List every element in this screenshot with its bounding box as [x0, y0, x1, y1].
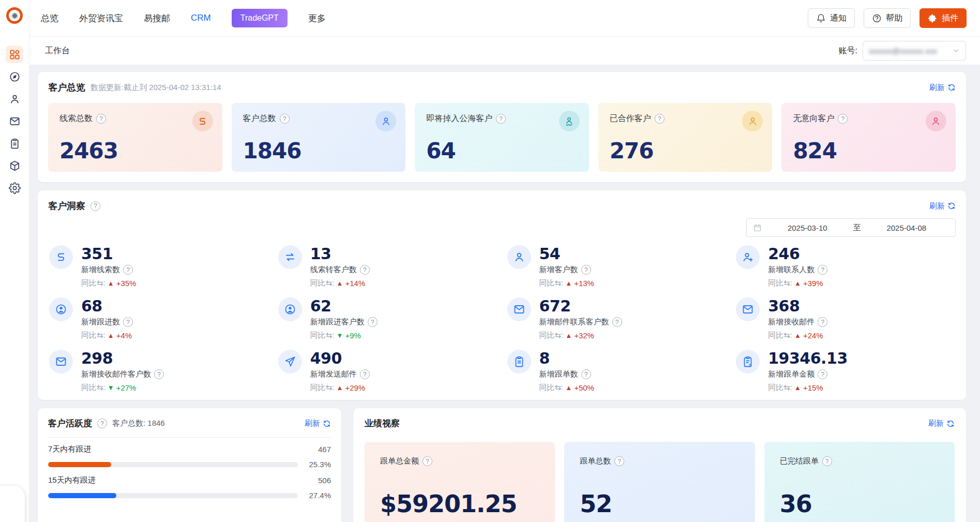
chevron-down-icon — [953, 47, 960, 54]
account-select[interactable]: xxxxxx@xxxxxx.xxx — [863, 41, 966, 61]
help-icon[interactable] — [818, 265, 827, 275]
gear-icon — [9, 182, 21, 194]
metric-label: 新增跟进数 — [81, 317, 120, 327]
sidebar-item-dashboard[interactable] — [6, 46, 23, 63]
help-icon[interactable] — [838, 114, 848, 124]
metric-order-amount: $ 19346.13 新增跟单金额 同比⇆:▲+15% — [736, 350, 955, 393]
account-area: 账号: xxxxxx@xxxxxx.xxx — [839, 41, 966, 61]
nav-item-overview[interactable]: 总览 — [41, 12, 58, 24]
app-logo[interactable] — [6, 7, 23, 24]
help-icon[interactable] — [91, 201, 100, 211]
sidebar-item-products[interactable] — [6, 157, 23, 174]
data-update-timestamp: 数据更新:截止到 2025-04-02 13:31:14 — [91, 83, 221, 93]
metric-trend: 同比⇆:▲+14% — [310, 278, 370, 288]
metric-label: 新增发送邮件 — [310, 369, 357, 379]
progress-fill — [48, 462, 111, 467]
help-icon[interactable] — [614, 456, 624, 466]
metric-value: 490 — [310, 350, 370, 367]
nav-item-more[interactable]: 更多 — [308, 12, 326, 24]
help-icon[interactable] — [280, 114, 290, 124]
performance-title: 业绩视察 — [365, 417, 400, 429]
metric-received-email-customers: 298 新增接收邮件客户数 同比⇆:▼+27% — [49, 350, 268, 393]
perf-label: 已完结跟单 — [780, 456, 819, 466]
stat-label: 即将掉入公海客户 — [426, 113, 492, 124]
metric-trend: 同比⇆:▲+50% — [539, 383, 594, 393]
help-icon[interactable] — [123, 265, 133, 275]
nav-item-tradegpt[interactable]: TradeGPT — [232, 9, 288, 27]
perf-card-order-total: 跟单总数 52 — [564, 442, 755, 522]
clipboard-icon — [9, 138, 21, 150]
metric-followed-customers: 62 新增跟进客户数 同比⇆:▼+9% — [278, 297, 497, 340]
help-icon[interactable] — [154, 369, 164, 379]
help-icon[interactable] — [423, 456, 432, 466]
sidebar-item-orders[interactable] — [6, 135, 23, 152]
metric-value: 54 — [539, 245, 594, 262]
help-icon[interactable] — [360, 369, 370, 379]
notifications-button[interactable]: 通知 — [808, 8, 855, 28]
refresh-button[interactable]: 刷新 — [929, 201, 956, 211]
help-icon[interactable] — [368, 317, 378, 327]
help-icon[interactable] — [818, 369, 827, 379]
overview-header: 客户总览 数据更新:截止到 2025-04-02 13:31:14 刷新 — [48, 81, 956, 94]
user-icon — [742, 111, 763, 131]
nav-item-trade-info[interactable]: 外贸资讯宝 — [79, 12, 123, 24]
help-icon[interactable] — [123, 317, 133, 327]
refresh-button[interactable]: 刷新 — [305, 419, 331, 428]
help-icon[interactable] — [96, 114, 106, 124]
help-icon[interactable] — [97, 419, 107, 428]
metric-trend: 同比⇆:▲+13% — [539, 278, 594, 288]
date-range-picker[interactable]: 2025-03-10 至 2025-04-08 — [746, 218, 956, 237]
date-separator: 至 — [853, 223, 861, 233]
help-icon[interactable] — [655, 114, 665, 124]
help-icon[interactable] — [496, 114, 506, 124]
activity-row-15d: 15天内有跟进 506 27.4% — [48, 475, 331, 500]
perf-label: 跟单总数 — [580, 456, 611, 466]
trend-up-icon: ▲ — [565, 332, 572, 339]
lead-route-icon — [192, 111, 213, 131]
insights-header: 客户洞察 刷新 — [48, 200, 956, 212]
metric-value: 68 — [81, 297, 133, 315]
metric-trend: 同比⇆:▲+39% — [768, 278, 827, 288]
trend-down-icon: ▼ — [337, 332, 343, 339]
nav-item-crm[interactable]: CRM — [191, 13, 211, 23]
activity-row-7d: 7天内有跟进 467 25.3% — [48, 444, 331, 469]
performance-card: 业绩视察 刷新 跟单总金额 $59201.25 跟单总数 — [353, 408, 966, 522]
stat-label: 已合作客户 — [610, 113, 651, 124]
metric-trend: 同比⇆:▼+9% — [310, 331, 378, 340]
help-icon[interactable] — [581, 265, 591, 275]
activity-subtitle: 客户总数: 1846 — [112, 419, 165, 428]
sidebar-item-discover[interactable] — [6, 68, 23, 85]
metric-value: 13 — [310, 245, 370, 262]
date-end[interactable]: 2025-04-08 — [864, 223, 949, 232]
main-content: 客户总览 数据更新:截止到 2025-04-02 13:31:14 刷新 线索总… — [29, 65, 980, 522]
sidebar-item-customers[interactable] — [6, 90, 23, 108]
top-navbar: 总览 外贸资讯宝 易搜邮 CRM TradeGPT 更多 通知 帮助 插件 — [29, 0, 980, 37]
insights-metrics-grid: 351 新增线索数 同比⇆:▲+35% 13 线索转客户数 同比⇆:▲+14% — [48, 245, 956, 393]
perf-card-order-completed: 已完结跟单 36 — [764, 442, 955, 522]
metric-new-orders: 8 新增跟单数 同比⇆:▲+50% — [507, 350, 726, 393]
nav-item-email-search[interactable]: 易搜邮 — [144, 12, 170, 24]
stat-card-total-leads: 线索总数 2463 — [48, 103, 222, 172]
help-icon[interactable] — [360, 265, 370, 275]
help-icon[interactable] — [581, 369, 591, 379]
sidebar-item-settings[interactable] — [6, 179, 23, 197]
refresh-icon — [947, 83, 956, 92]
floating-corner-widget[interactable] — [0, 486, 25, 522]
metric-label: 新增线索数 — [81, 265, 120, 275]
date-start[interactable]: 2025-03-10 — [765, 223, 850, 232]
refresh-button[interactable]: 刷新 — [929, 83, 956, 93]
refresh-button[interactable]: 刷新 — [928, 419, 955, 428]
plugin-button[interactable]: 插件 — [919, 8, 967, 28]
notifications-label: 通知 — [830, 13, 847, 24]
sidebar-item-mail[interactable] — [6, 112, 23, 130]
help-icon[interactable] — [822, 456, 832, 466]
help-button[interactable]: 帮助 — [864, 8, 911, 28]
metric-value: 368 — [768, 297, 827, 315]
plugin-label: 插件 — [942, 13, 958, 24]
help-icon[interactable] — [612, 317, 622, 327]
help-icon[interactable] — [818, 317, 827, 327]
trend-up-icon: ▲ — [108, 279, 114, 287]
activity-row-label: 15天内有跟进 — [48, 475, 96, 485]
activity-title: 客户活跃度 — [48, 417, 92, 429]
metric-new-contacts: 246 新增联系人数 同比⇆:▲+39% — [736, 245, 955, 288]
